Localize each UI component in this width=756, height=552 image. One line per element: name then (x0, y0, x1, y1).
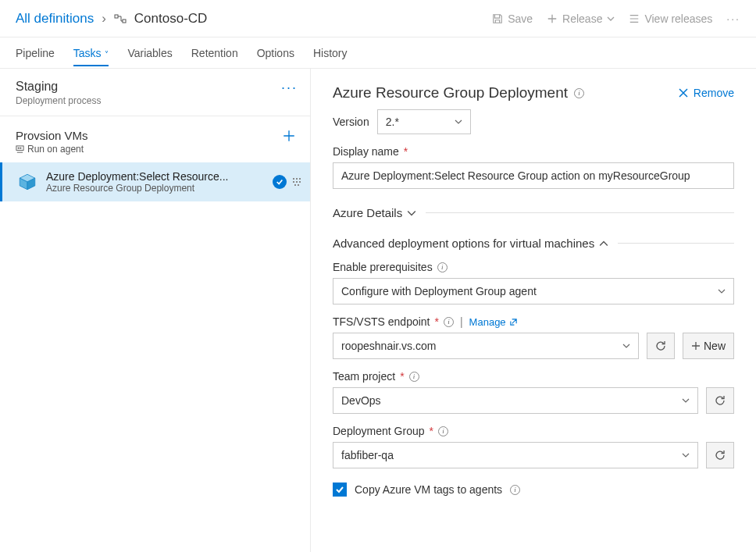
pipeline-name: Contoso-CD (134, 11, 208, 27)
required-icon: * (404, 145, 408, 158)
release-button[interactable]: Release (547, 12, 615, 25)
check-icon (335, 485, 344, 494)
tabs: Pipeline Tasks ˅ Variables Retention Opt… (0, 37, 756, 69)
pane-title: Azure Resource Group Deployment i (333, 84, 584, 101)
required-icon: * (400, 370, 404, 383)
task-subtitle: Azure Resource Group Deployment (46, 183, 273, 194)
phase-title: Provsion VMs (16, 129, 88, 142)
agent-icon (16, 145, 24, 154)
manage-link[interactable]: Manage (469, 316, 518, 328)
svg-rect-4 (20, 147, 22, 148)
svg-rect-1 (123, 20, 126, 23)
team-project-value: DevOps (341, 394, 381, 407)
endpoint-value: roopeshnair.vs.com (341, 340, 436, 352)
new-label: New (704, 340, 726, 352)
pipeline-icon (114, 12, 127, 25)
chevron-down-icon (682, 451, 690, 459)
stage-subtitle: Deployment process (16, 95, 101, 106)
chevron-down-icon (718, 287, 726, 295)
team-project-select[interactable]: DevOps (333, 387, 698, 414)
tab-history[interactable]: History (313, 40, 348, 66)
enable-prereq-value: Configure with Deployment Group agent (341, 285, 537, 297)
task-status-icon (273, 175, 287, 189)
tab-tasks[interactable]: Tasks ˅ (73, 40, 109, 66)
team-project-label: Team project (333, 370, 395, 383)
remove-button[interactable]: Remove (678, 87, 734, 99)
refresh-button[interactable] (647, 333, 675, 359)
remove-label: Remove (694, 87, 734, 99)
external-link-icon (509, 318, 518, 326)
refresh-icon (654, 340, 667, 352)
top-actions: Save Release View releases ··· (492, 12, 740, 25)
endpoint-label: TFS/VSTS endpoint (333, 315, 430, 328)
cube-icon (16, 171, 38, 193)
breadcrumb-root-link[interactable]: All definitions (16, 11, 94, 27)
azure-details-section[interactable]: Azure Details (333, 206, 734, 219)
tab-variables[interactable]: Variables (127, 40, 172, 66)
chevron-up-icon (599, 239, 608, 248)
breadcrumb: All definitions › Contoso-CD (16, 11, 207, 27)
endpoint-select[interactable]: roopeshnair.vs.com (333, 333, 639, 359)
chevron-down-icon (407, 208, 416, 218)
copy-tags-label: Copy Azure VM tags to agents (355, 483, 502, 496)
refresh-icon (714, 449, 726, 461)
chevron-down-icon (682, 397, 690, 404)
chevron-down-icon (455, 118, 462, 126)
save-label: Save (508, 12, 533, 25)
info-icon[interactable]: i (409, 372, 419, 382)
deployment-group-value: fabfiber-qa (341, 449, 394, 461)
enable-prereq-label: Enable prerequisites (333, 261, 433, 273)
info-icon[interactable]: i (444, 317, 454, 327)
details-pane: Azure Resource Group Deployment i Remove… (311, 69, 756, 552)
info-icon[interactable]: i (574, 88, 584, 98)
required-icon: * (435, 315, 439, 328)
new-endpoint-button[interactable]: New (683, 333, 734, 359)
tab-tasks-label: Tasks (73, 47, 102, 59)
stage-title: Staging (16, 80, 101, 94)
left-panel: Staging Deployment process ··· Provsion … (0, 69, 311, 552)
display-name-input[interactable] (333, 162, 734, 189)
advanced-options-section[interactable]: Advanced deployment options for virtual … (333, 237, 734, 250)
tab-retention[interactable]: Retention (191, 40, 238, 66)
svg-rect-0 (115, 15, 118, 18)
version-label: Version (333, 116, 369, 128)
info-icon[interactable]: i (510, 485, 520, 495)
deployment-group-label: Deployment Group (333, 425, 425, 437)
chevron-down-icon: ˅ (103, 50, 109, 59)
more-actions-button[interactable]: ··· (726, 12, 740, 25)
add-task-button[interactable] (282, 129, 296, 143)
required-icon: * (430, 425, 433, 437)
enable-prereq-select[interactable]: Configure with Deployment Group agent (333, 278, 734, 304)
version-value: 2.* (386, 116, 399, 128)
drag-handle-icon[interactable] (293, 178, 301, 186)
deployment-group-select[interactable]: fabfiber-qa (333, 442, 698, 468)
version-select[interactable]: 2.* (377, 109, 471, 134)
save-button[interactable]: Save (492, 12, 533, 25)
display-name-label: Display name (333, 145, 399, 158)
chevron-right-icon: › (102, 11, 106, 27)
view-releases-button[interactable]: View releases (629, 12, 712, 25)
task-row-selected[interactable]: Azure Deployment:Select Resource... Azur… (0, 162, 310, 201)
refresh-button[interactable] (706, 442, 734, 468)
info-icon[interactable]: i (437, 262, 448, 272)
task-title: Azure Deployment:Select Resource... (46, 170, 273, 183)
refresh-icon (714, 394, 726, 407)
tab-pipeline[interactable]: Pipeline (16, 40, 55, 66)
svg-rect-3 (18, 147, 20, 148)
tab-options[interactable]: Options (257, 40, 294, 66)
release-label: Release (562, 12, 602, 25)
chevron-down-icon (607, 15, 615, 23)
chevron-down-icon (622, 342, 630, 350)
copy-tags-checkbox[interactable] (333, 483, 347, 497)
phase-subtitle: Run on agent (16, 144, 88, 155)
info-icon[interactable]: i (438, 426, 448, 436)
refresh-button[interactable] (706, 387, 734, 414)
view-releases-label: View releases (644, 12, 712, 25)
stage-more-button[interactable]: ··· (281, 80, 298, 96)
